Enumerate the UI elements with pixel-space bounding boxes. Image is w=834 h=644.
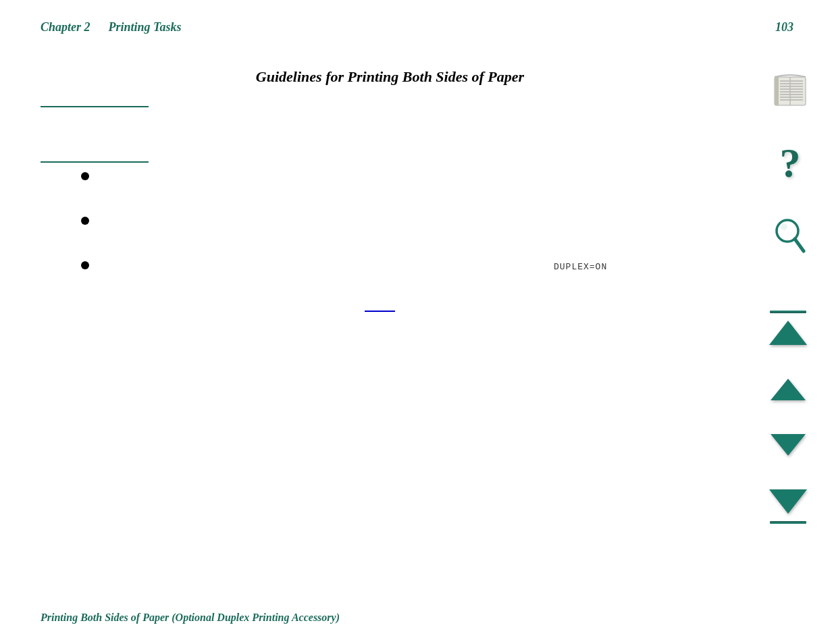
- navigate-first-button[interactable]: [769, 311, 807, 345]
- sidebar-icons: ?: [766, 68, 814, 261]
- nav-first-bar: [770, 311, 806, 313]
- help-icon-button[interactable]: ?: [766, 139, 814, 186]
- chapter-title: Printing Tasks: [109, 20, 182, 34]
- list-item-1: [81, 169, 793, 180]
- guidelines-list: [81, 169, 793, 269]
- page-header: Chapter 2 Printing Tasks 103: [0, 0, 834, 41]
- main-content: Guidelines for Printing Both Sides of Pa…: [0, 41, 834, 317]
- nav-last-triangle: [769, 489, 807, 514]
- nav-last-bar: [770, 521, 806, 524]
- svg-point-12: [781, 223, 787, 230]
- footer-text: Printing Both Sides of Paper (Optional D…: [41, 612, 726, 624]
- search-icon-button[interactable]: [766, 213, 814, 261]
- question-mark-icon: ?: [780, 142, 801, 184]
- magnifier-icon: [773, 217, 808, 257]
- book-icon-button[interactable]: [766, 68, 814, 115]
- list-item-2: [81, 214, 793, 225]
- book-icon: [769, 70, 811, 112]
- page-container: Chapter 2 Printing Tasks 103 Guidelines …: [0, 0, 834, 644]
- horizontal-rule-1: [41, 106, 149, 107]
- navigate-previous-button[interactable]: [771, 379, 806, 400]
- chapter-heading: Chapter 2 Printing Tasks: [41, 20, 181, 34]
- svg-rect-1: [775, 77, 779, 105]
- navigate-last-button[interactable]: [769, 489, 807, 524]
- nav-next-triangle: [771, 434, 806, 456]
- horizontal-rule-2: [41, 161, 149, 163]
- navigate-next-button[interactable]: [771, 434, 806, 456]
- svg-line-13: [795, 239, 804, 251]
- bullet-3: [81, 261, 89, 269]
- duplex-label: DUPLEX=ON: [554, 262, 607, 272]
- page-number: 103: [775, 20, 793, 34]
- section-title: Guidelines for Printing Both Sides of Pa…: [95, 68, 685, 86]
- bullet-2: [81, 217, 89, 225]
- list-item-3: [81, 259, 793, 269]
- nav-first-triangle: [769, 321, 807, 345]
- nav-prev-triangle: [771, 379, 806, 400]
- chapter-label: Chapter 2: [41, 20, 90, 34]
- inline-link[interactable]: [365, 304, 395, 312]
- bullet-1: [81, 172, 89, 180]
